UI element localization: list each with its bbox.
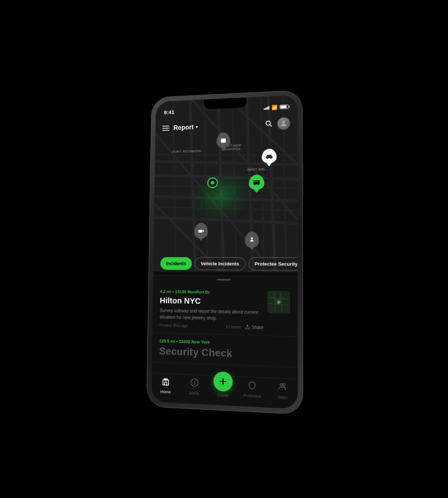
nav-item-team[interactable]: Team [272, 381, 293, 400]
phone-wrapper: 9:41 📶 [147, 90, 303, 414]
tab-protectee-security-incident[interactable]: Protectee Security Incident [248, 257, 298, 271]
svg-rect-34 [256, 181, 258, 182]
svg-line-50 [220, 381, 226, 381]
svg-line-40 [274, 293, 275, 311]
status-time: 9:41 [164, 108, 174, 115]
chevron-down-icon: ▾ [196, 124, 198, 129]
svg-rect-26 [266, 156, 272, 158]
card-1-footer: Posted 3hrs ago 10 views Share [159, 322, 264, 330]
svg-point-27 [267, 158, 268, 159]
phone-screen: 9:41 📶 [151, 95, 298, 409]
svg-point-32 [258, 184, 259, 185]
svg-line-38 [269, 297, 288, 299]
nav-label-home: Home [160, 389, 171, 394]
svg-line-1 [270, 124, 272, 126]
svg-point-35 [251, 237, 253, 239]
map-pin-camera[interactable] [194, 222, 208, 239]
map-pin-person[interactable] [245, 231, 259, 247]
svg-point-43 [277, 300, 281, 304]
map-pin-bus-green[interactable] [249, 174, 264, 190]
svg-point-31 [254, 184, 255, 185]
home-indicator [201, 400, 245, 404]
share-label: Share [252, 325, 264, 330]
nav-item-protectee[interactable]: Protectee [242, 380, 263, 398]
card-1-views: 10 views [225, 324, 241, 329]
svg-line-39 [269, 304, 288, 305]
content-area[interactable]: 4.2 mi • 14100 Montfort Dr Hilton NYC Su… [152, 275, 298, 379]
card-1-time: Posted 3hrs ago [159, 323, 188, 328]
filter-tabs: Incidents Vehicle Incidents Protectee Se… [153, 257, 297, 271]
svg-rect-45 [164, 378, 167, 380]
status-icons: 📶 [264, 104, 288, 110]
menu-button[interactable] [162, 125, 169, 130]
svg-line-18 [283, 95, 286, 272]
power-button[interactable] [302, 163, 304, 197]
tab-incidents[interactable]: Incidents [160, 257, 192, 270]
home-icon [161, 376, 170, 388]
svg-rect-42 [275, 299, 282, 305]
nav-label-protectee: Protectee [243, 393, 261, 398]
card-2-title: Security Check [159, 345, 290, 362]
incident-card-security-check[interactable]: 120.5 mi • 11002 New York Security Check [152, 333, 298, 368]
wifi-icon: 📶 [271, 104, 277, 110]
search-button[interactable] [265, 119, 272, 129]
create-button[interactable] [213, 371, 233, 392]
nav-label-create: Create [217, 393, 229, 398]
card-1-meta: 4.2 mi • 14100 Montfort Dr [160, 289, 264, 295]
card-1-description: Survey subway and report the details abo… [159, 307, 263, 322]
svg-point-51 [280, 383, 282, 386]
shield-icon [248, 380, 257, 392]
tab-vehicle-incidents[interactable]: Vehicle Incidents [195, 257, 245, 270]
incident-card-hilton[interactable]: 4.2 mi • 14100 Montfort Dr Hilton NYC Su… [152, 284, 298, 337]
nav-label-team: Team [277, 394, 288, 400]
svg-point-28 [270, 158, 271, 159]
report-dropdown[interactable]: Report ▾ [173, 123, 198, 132]
report-title-text: Report [173, 123, 194, 131]
nav-item-home[interactable]: Home [156, 376, 176, 394]
battery-icon [279, 104, 288, 109]
nav-item-alerts[interactable]: Alerts [184, 377, 205, 395]
svg-rect-29 [253, 180, 260, 184]
nav-item-create[interactable]: Create [213, 371, 233, 398]
notch [204, 97, 247, 109]
svg-rect-37 [269, 293, 288, 312]
nav-left: Report ▾ [162, 123, 198, 132]
team-icon [278, 381, 287, 394]
svg-point-52 [283, 383, 285, 386]
card-1-title: Hilton NYC [160, 295, 264, 307]
signal-icon [264, 105, 269, 110]
svg-point-2 [282, 121, 285, 123]
avatar[interactable] [277, 117, 290, 130]
svg-rect-33 [254, 181, 256, 182]
card-1-thumbnail [267, 290, 290, 314]
svg-line-41 [280, 293, 282, 312]
share-button[interactable]: Share [245, 324, 264, 330]
map-pin-car[interactable] [262, 148, 277, 164]
